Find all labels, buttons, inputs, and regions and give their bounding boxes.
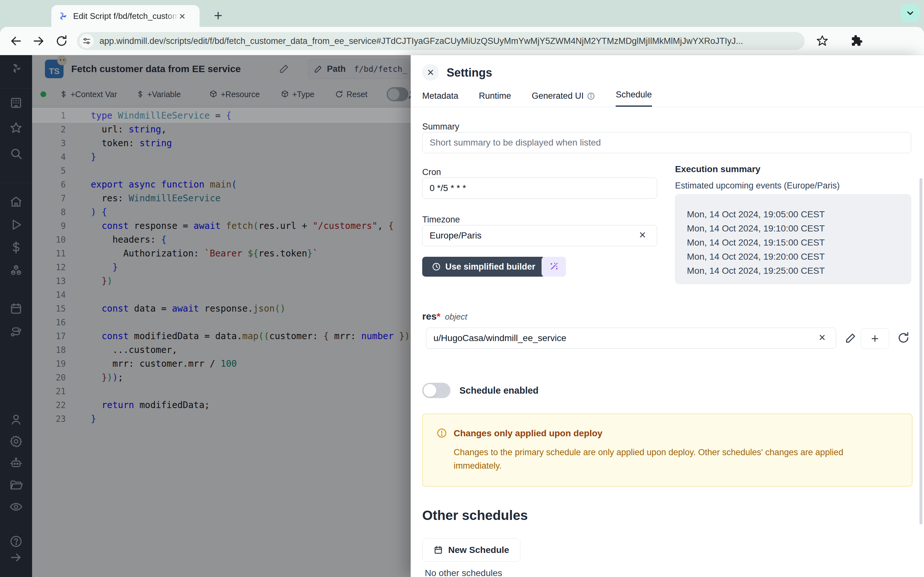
reload-icon[interactable] <box>55 35 68 47</box>
settings-title: Settings <box>447 66 492 79</box>
execution-summary-title: Execution summary <box>675 164 760 174</box>
res-add-button[interactable]: + <box>861 328 889 349</box>
tab-title: Edit Script f/bd/fetch_custom <box>73 11 178 21</box>
execution-event: Mon, 14 Oct 2024, 19:05:00 CEST <box>687 207 911 221</box>
clock-icon <box>432 262 441 271</box>
other-schedules-title: Other schedules <box>422 508 528 523</box>
schedule-enabled-toggle[interactable] <box>422 383 451 398</box>
ai-wand-button[interactable] <box>541 257 566 277</box>
bookmark-star-icon[interactable] <box>816 35 829 47</box>
no-other-schedules-text: No other schedules <box>425 568 502 577</box>
summary-label: Summary <box>422 122 459 132</box>
windmill-app: TS Fetch customer data from EE service P… <box>0 55 924 577</box>
tab-schedule[interactable]: Schedule <box>615 90 652 107</box>
new-tab-button[interactable]: + <box>209 6 227 24</box>
deploy-warning-box: Changes only applied upon deploy Changes… <box>422 414 913 487</box>
settings-drawer: × Settings Metadata Runtime Generated UI… <box>411 55 924 577</box>
res-field-label: res*object <box>422 311 467 322</box>
forward-arrow-icon[interactable] <box>32 35 45 47</box>
warning-title: Changes only applied upon deploy <box>454 428 603 438</box>
timezone-clear-icon[interactable]: × <box>639 228 646 242</box>
timezone-input[interactable] <box>422 225 657 246</box>
execution-events-panel: Mon, 14 Oct 2024, 19:05:00 CESTMon, 14 O… <box>675 194 911 284</box>
res-refresh-icon[interactable] <box>897 332 910 344</box>
warning-body: Changes to the primary schedule are only… <box>454 446 890 472</box>
modal-dim-overlay[interactable] <box>0 55 411 577</box>
back-arrow-icon[interactable] <box>10 35 23 47</box>
new-schedule-button[interactable]: New Schedule <box>422 538 520 562</box>
tab-metadata[interactable]: Metadata <box>422 91 459 107</box>
tab-runtime[interactable]: Runtime <box>479 91 511 107</box>
extensions-puzzle-icon[interactable] <box>851 35 864 47</box>
execution-summary-subtitle: Estimated upcoming events (Europe/Paris) <box>675 181 840 191</box>
settings-tabs: Metadata Runtime Generated UI Schedule <box>411 87 924 107</box>
magic-wand-icon <box>549 262 559 271</box>
cron-label: Cron <box>422 167 441 177</box>
browser-tab[interactable]: Edit Script f/bd/fetch_custom × <box>51 5 200 27</box>
calendar-icon <box>433 545 443 555</box>
site-controls-icon[interactable] <box>79 34 94 48</box>
summary-input[interactable] <box>422 132 911 153</box>
tab-generated-ui[interactable]: Generated UI <box>531 91 595 107</box>
timezone-label: Timezone <box>422 215 460 225</box>
execution-event: Mon, 14 Oct 2024, 19:20:00 CEST <box>687 250 911 264</box>
warning-icon <box>436 428 447 438</box>
current-line-highlight <box>32 108 411 122</box>
browser-toolbar: app.windmill.dev/scripts/edit/f/bd/fetch… <box>0 27 924 55</box>
browser-tab-strip: Edit Script f/bd/fetch_custom × + <box>0 0 924 27</box>
execution-event: Mon, 14 Oct 2024, 19:25:00 CEST <box>687 264 911 278</box>
execution-event: Mon, 14 Oct 2024, 19:15:00 CEST <box>687 235 911 250</box>
url-text[interactable]: app.windmill.dev/scripts/edit/f/bd/fetch… <box>99 36 789 46</box>
info-icon <box>587 92 595 100</box>
chevron-down-mint-button[interactable] <box>901 5 919 22</box>
res-clear-icon[interactable]: × <box>819 331 825 344</box>
drawer-scrollbar[interactable] <box>919 178 922 524</box>
exec-events: Mon, 14 Oct 2024, 19:05:00 CESTMon, 14 O… <box>687 207 911 278</box>
url-bar[interactable]: app.windmill.dev/scripts/edit/f/bd/fetch… <box>77 32 804 50</box>
execution-event: Mon, 14 Oct 2024, 19:10:00 CEST <box>687 221 911 235</box>
tab-close-icon[interactable]: × <box>179 11 186 21</box>
schedule-enabled-label: Schedule enabled <box>459 385 539 396</box>
res-edit-pencil-icon[interactable] <box>845 332 857 344</box>
windmill-favicon-icon <box>57 11 68 21</box>
cron-input[interactable] <box>422 177 657 199</box>
use-simplified-builder-button[interactable]: Use simplified builder <box>422 257 545 277</box>
res-resource-input[interactable] <box>426 327 836 349</box>
close-icon[interactable]: × <box>422 64 439 81</box>
